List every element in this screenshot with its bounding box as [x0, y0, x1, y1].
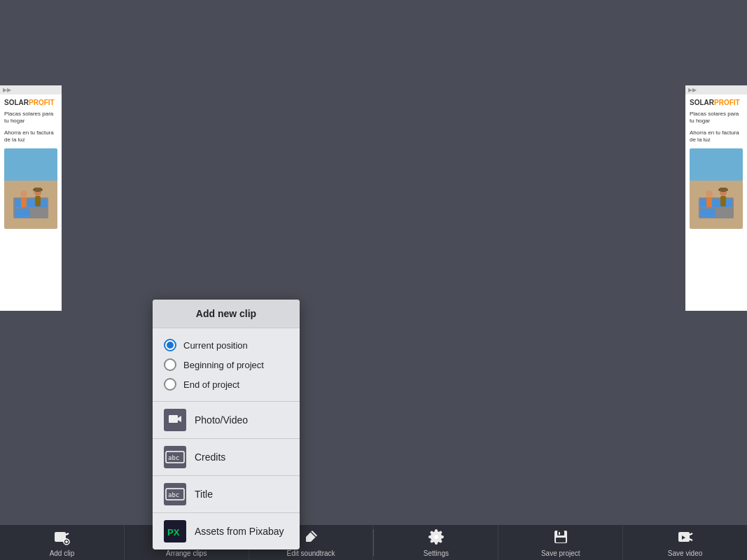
toolbar-settings[interactable]: Settings — [374, 525, 498, 560]
svg-line-44 — [690, 539, 692, 540]
arrange-clips-label: Arrange clips — [166, 550, 207, 557]
svg-text:PX: PX — [167, 527, 180, 538]
ad-image-left — [4, 148, 57, 229]
svg-text:abc: abc — [168, 454, 179, 461]
add-new-clip-dropdown: Add new clip Current position Beginning … — [153, 300, 300, 550]
svg-rect-13 — [706, 197, 712, 207]
credits-label: Credits — [195, 451, 225, 463]
credits-icon: abc — [164, 446, 186, 468]
radio-label-beginning: Beginning of project — [183, 360, 264, 370]
photo-video-label: Photo/Video — [195, 414, 248, 426]
toolbar-add-clip[interactable]: Add clip — [0, 525, 125, 560]
ad-people-svg-right — [692, 176, 741, 229]
title-label: Title — [195, 489, 213, 500]
ad-logo-left: SOLARPROFIT — [4, 99, 57, 106]
save-video-label: Save video — [668, 550, 702, 557]
save-video-svg — [677, 528, 694, 545]
ad-people-svg-left — [6, 176, 55, 229]
ad-left[interactable]: ▶▶ SOLARPROFIT Placas solares para tu ho… — [0, 85, 62, 311]
menu-item-title[interactable]: abc Title — [153, 476, 300, 513]
svg-rect-6 — [35, 196, 41, 206]
credits-svg: abc — [165, 450, 185, 464]
svg-rect-17 — [720, 188, 727, 191]
svg-text:abc: abc — [168, 491, 179, 498]
ad-image-right — [690, 148, 743, 229]
settings-label: Settings — [424, 550, 449, 557]
radio-dot-current — [167, 342, 174, 349]
ad-desc1-right: Placas solares para tu hogar — [690, 111, 743, 125]
radio-label-end: End of project — [183, 379, 239, 390]
title-icon: abc — [164, 483, 186, 505]
add-clip-icon — [53, 528, 70, 547]
pixabay-svg: PX — [165, 522, 185, 541]
save-video-icon — [677, 528, 694, 547]
toolbar-save-video[interactable]: Save video — [623, 525, 747, 560]
position-options-section: Current position Beginning of project En… — [153, 328, 300, 402]
edit-soundtrack-label: Edit soundtrack — [287, 550, 335, 557]
menu-item-credits[interactable]: abc Credits — [153, 439, 300, 476]
menu-item-pixabay[interactable]: PX Assets from Pixabay — [153, 513, 300, 550]
settings-icon — [428, 528, 445, 547]
photo-video-icon — [164, 409, 186, 431]
radio-end-project[interactable]: End of project — [153, 374, 300, 394]
ad-desc2-right: Ahorra en tu factura de la luz — [690, 130, 743, 144]
dropdown-header: Add new clip — [153, 300, 300, 328]
add-clip-label: Add clip — [50, 550, 75, 557]
svg-rect-2 — [15, 209, 30, 217]
svg-rect-39 — [557, 531, 564, 536]
ad-logo-right: SOLARPROFIT — [690, 99, 743, 106]
svg-rect-8 — [34, 188, 41, 191]
svg-rect-10 — [700, 199, 732, 207]
svg-point-3 — [20, 190, 27, 197]
radio-current-position[interactable]: Current position — [153, 335, 300, 355]
menu-item-photo-video[interactable]: Photo/Video — [153, 402, 300, 439]
svg-point-12 — [706, 190, 713, 197]
svg-marker-19 — [178, 416, 181, 422]
settings-svg — [428, 528, 445, 545]
save-project-icon — [552, 528, 569, 547]
ad-desc1-left: Placas solares para tu hogar — [4, 111, 57, 125]
toolbar: Add clip Arrange clips Edit soundtrack — [0, 525, 747, 560]
svg-line-27 — [66, 533, 69, 535]
svg-line-43 — [690, 533, 692, 535]
ad-desc2-left: Ahorra en tu factura de la luz — [4, 130, 57, 144]
edit-soundtrack-svg — [302, 528, 319, 545]
toolbar-save-project[interactable]: Save project — [498, 525, 623, 560]
pixabay-label: Assets from Pixabay — [195, 526, 284, 537]
photo-video-svg — [168, 413, 182, 427]
save-project-label: Save project — [541, 550, 580, 557]
svg-rect-40 — [559, 532, 560, 535]
save-project-svg — [552, 528, 569, 545]
radio-circle-current — [164, 339, 176, 351]
svg-rect-4 — [21, 197, 27, 207]
ad-right[interactable]: ▶▶ SOLARPROFIT Placas solares para tu ho… — [685, 85, 747, 311]
radio-circle-end — [164, 378, 176, 391]
radio-label-current: Current position — [183, 340, 248, 351]
ad-top-bar-right: ▶▶ — [685, 85, 747, 94]
radio-beginning-project[interactable]: Beginning of project — [153, 355, 300, 374]
radio-circle-beginning — [164, 358, 176, 371]
svg-rect-1 — [15, 199, 47, 207]
ad-content-left: SOLARPROFIT Placas solares para tu hogar… — [0, 94, 62, 233]
svg-rect-41 — [556, 538, 566, 542]
ad-top-bar-left: ▶▶ — [0, 85, 62, 94]
title-svg: abc — [165, 487, 185, 501]
svg-rect-18 — [169, 415, 178, 423]
svg-rect-15 — [720, 196, 726, 206]
ad-content-right: SOLARPROFIT Placas solares para tu hogar… — [685, 94, 747, 233]
pixabay-icon: PX — [164, 520, 186, 542]
edit-soundtrack-icon — [302, 528, 319, 547]
add-clip-svg — [53, 528, 70, 545]
main-area — [0, 0, 747, 525]
svg-rect-11 — [700, 209, 715, 217]
